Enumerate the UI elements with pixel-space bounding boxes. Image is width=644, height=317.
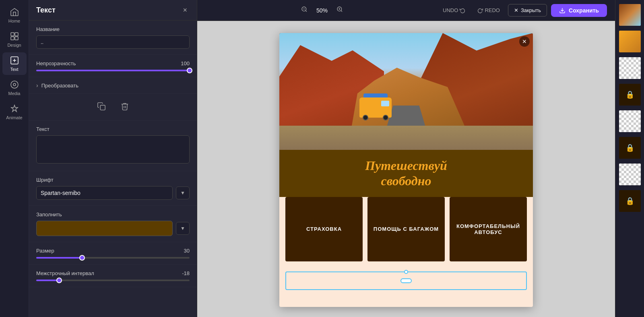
canvas-close-button[interactable]: ✕ [519,36,530,47]
line-spacing-slider-fill [36,280,59,281]
redo-icon [477,8,483,13]
text-placeholder-box[interactable] [285,271,527,290]
line-spacing-row: Межстрочный интервал -18 [36,270,190,276]
sidebar-item-media-label: Media [8,91,21,96]
thumbnail-7[interactable] [618,163,642,186]
copy-style-button[interactable] [94,99,109,115]
redo-button[interactable]: REDO [473,5,504,16]
sidebar-item-design[interactable]: Design [2,28,27,51]
thumbnail-5-preview [619,110,641,132]
thumbnail-1[interactable] [618,3,642,27]
transform-row[interactable]: › Преобразовать [29,77,197,94]
sidebar-icons: Home Design Text Media Animate [0,0,29,317]
thumbnail-2[interactable] [618,30,642,53]
lock-icon-2: 🔒 [625,143,634,152]
thumbnail-2-preview [619,31,641,52]
sidebar-item-animate[interactable]: Animate [2,101,27,123]
thumbnail-3[interactable] [618,56,642,80]
fill-color-row: ▼ [36,221,190,236]
van [359,97,392,118]
zoom-in-button[interactable] [333,4,346,16]
zoom-in-icon [336,6,343,12]
canvas-area[interactable]: ✕ [197,21,615,317]
delete-icon [120,102,129,111]
font-select[interactable]: Spartan-semibo [36,186,173,200]
thumbnail-6-preview: 🔒 [619,137,641,159]
opacity-section: Непрозрачность 100 [29,55,197,77]
save-icon [559,7,566,14]
thumbnail-1-preview [619,4,641,26]
fill-color-swatch[interactable] [36,221,173,236]
sidebar-item-design-label: Design [7,43,21,48]
name-input[interactable] [36,35,190,49]
size-slider-thumb[interactable] [79,255,85,261]
panel-close-button[interactable]: × [180,6,190,15]
line-spacing-slider-track[interactable] [36,280,190,281]
opacity-row: Непрозрачность 100 [36,60,190,66]
svg-rect-2 [11,37,14,40]
svg-rect-1 [15,33,18,36]
canvas-image [279,33,533,150]
sidebar-item-text[interactable]: Text [2,52,27,75]
close-icon: ✕ [514,7,518,13]
line-spacing-section: Межстрочный интервал -18 [29,265,197,287]
zoom-value: 50% [314,7,330,14]
lock-icon-3: 🔒 [625,197,634,205]
sidebar-item-text-label: Text [10,67,18,72]
media-icon [10,80,19,89]
undo-label: UNDO [443,7,458,13]
undo-icon [460,8,465,13]
sidebar-item-home[interactable]: Home [2,4,27,27]
service-label-baggage: ПОМОЩЬ С БАГАЖОМ [374,226,439,232]
delete-button[interactable] [117,99,132,115]
sidebar-item-media[interactable]: Media [2,77,27,99]
van-window [381,101,389,106]
close-editor-label: Закрыть [521,7,541,13]
size-row: Размер 30 [36,248,190,254]
save-button[interactable]: Сохранить [551,4,607,17]
van-wheel-right [383,115,388,120]
zoom-out-icon [301,6,308,12]
font-label: Шрифт [36,177,190,183]
size-slider-fill [36,257,82,259]
close-editor-button[interactable]: ✕ Закрыть [508,4,547,17]
line-spacing-value: -18 [182,270,190,276]
undo-button[interactable]: UNDO [439,5,469,16]
text-handle-center [400,278,412,283]
service-card-bus[interactable]: КОМФОРТАБЕЛЬНЫЙ АВТОБУС [450,197,527,261]
thumbnail-7-preview [619,164,641,185]
design-icon [10,31,19,41]
service-card-insurance[interactable]: СТРАХОВКА [285,197,363,261]
text-label: Текст [36,126,190,132]
text-icon [10,56,19,65]
service-card-baggage[interactable]: ПОМОЩЬ С БАГАЖОМ [367,197,445,261]
font-dropdown-arrow-icon[interactable]: ▼ [176,186,190,199]
opacity-slider-track[interactable] [36,70,190,71]
opacity-slider-thumb[interactable] [187,68,192,73]
svg-line-12 [341,10,342,12]
main-area: 50% UNDO REDO ✕ Закрыт [197,0,615,317]
thumbnail-6[interactable]: 🔒 [618,136,642,160]
thumbnail-8[interactable]: 🔒 [618,189,642,213]
text-input-area[interactable] [36,135,190,164]
zoom-out-button[interactable] [298,4,311,16]
line-spacing-slider-thumb[interactable] [56,278,62,283]
fill-section: Заполнить ▼ [29,206,197,242]
service-label-bus: КОМФОРТАБЕЛЬНЫЙ АВТОБУС [454,223,523,235]
size-label: Размер [36,248,54,254]
thumbnail-4[interactable]: 🔒 [618,83,642,106]
text-handle-top [404,270,408,274]
fill-color-arrow-icon[interactable]: ▼ [176,222,190,235]
lock-icon: 🔒 [625,90,634,99]
toolbar-center: 50% [298,4,346,16]
svg-point-5 [11,81,18,88]
home-icon [10,7,19,17]
thumbnail-8-preview: 🔒 [619,190,641,212]
title-section: Путешествуйсвободно [279,150,533,197]
text-box-area [279,267,533,298]
canvas-document[interactable]: ✕ [279,33,533,307]
redo-label: REDO [485,7,500,13]
thumbnail-4-preview: 🔒 [619,84,641,106]
size-slider-track[interactable] [36,257,190,259]
thumbnail-5[interactable] [618,110,642,133]
